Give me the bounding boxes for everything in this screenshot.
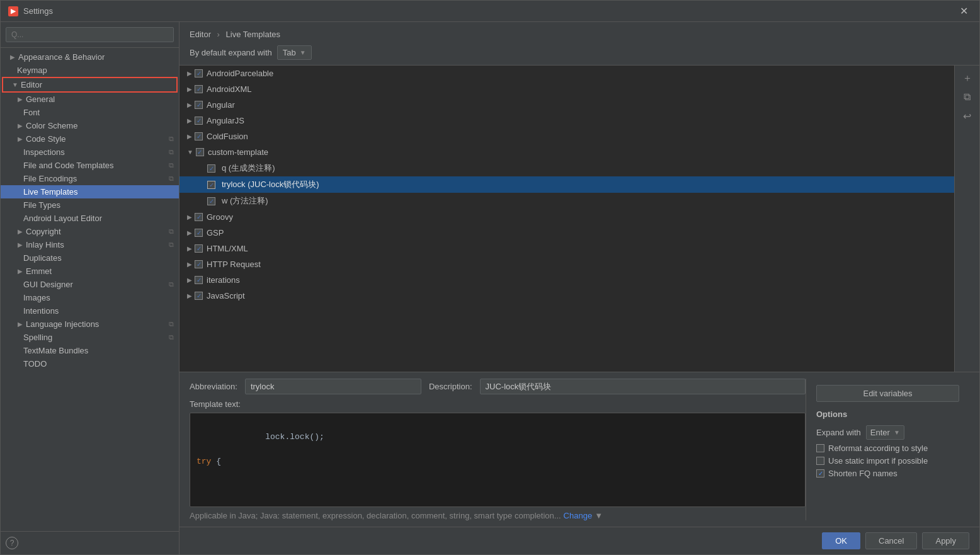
expand-label: By default expand with bbox=[190, 48, 272, 57]
template-group-coldfusion[interactable]: ▶ ✓ ColdFusion bbox=[179, 129, 954, 144]
sidebar-item-general[interactable]: ▶ General bbox=[1, 93, 179, 106]
group-checkbox[interactable]: ✓ bbox=[195, 292, 203, 300]
static-import-checkbox-row: Use static import if possible bbox=[816, 456, 959, 466]
copy-icon[interactable]: ⧉ bbox=[169, 241, 174, 249]
group-name: JavaScript bbox=[207, 291, 245, 300]
group-checkbox[interactable]: ✓ bbox=[195, 276, 203, 284]
template-group-http-request[interactable]: ▶ ✓ HTTP Request bbox=[179, 256, 954, 272]
description-label: Description: bbox=[429, 382, 472, 391]
copy-icon[interactable]: ⧉ bbox=[169, 320, 174, 328]
arrow-icon: ▶ bbox=[16, 227, 25, 236]
reformat-checkbox[interactable] bbox=[816, 444, 824, 452]
add-button[interactable]: ＋ bbox=[960, 71, 975, 86]
group-checkbox[interactable]: ✓ bbox=[195, 69, 203, 77]
sidebar-item-inlay-hints[interactable]: ▶ Inlay Hints ⧉ bbox=[1, 238, 179, 251]
main-panel: Editor › Live Templates By default expan… bbox=[179, 22, 979, 554]
cancel-button[interactable]: Cancel bbox=[865, 532, 917, 549]
sidebar-item-label: File and Code Templates bbox=[23, 161, 114, 170]
template-group-groovy[interactable]: ▶ ✓ Groovy bbox=[179, 209, 954, 225]
reformat-label: Reformat according to style bbox=[828, 443, 928, 453]
sidebar-item-file-types[interactable]: File Types bbox=[1, 198, 179, 212]
copy-icon[interactable]: ⧉ bbox=[169, 175, 174, 183]
template-group-javascript[interactable]: ▶ ✓ JavaScript bbox=[179, 288, 954, 304]
copy-icon[interactable]: ⧉ bbox=[169, 333, 174, 341]
item-checkbox[interactable]: ✓ bbox=[207, 181, 215, 189]
description-input[interactable] bbox=[480, 379, 806, 394]
group-checkbox[interactable]: ✓ bbox=[195, 213, 203, 221]
edit-variables-button[interactable]: Edit variables bbox=[816, 385, 959, 402]
sidebar-item-images[interactable]: Images bbox=[1, 291, 179, 304]
bottom-left: Abbreviation: Description: Template text… bbox=[190, 379, 806, 520]
template-item-w[interactable]: ✓ w (方法注释) bbox=[179, 193, 954, 209]
sidebar-item-color-scheme[interactable]: ▶ Color Scheme bbox=[1, 119, 179, 132]
copy-button[interactable]: ⧉ bbox=[960, 89, 975, 105]
group-checkbox[interactable]: ✓ bbox=[195, 229, 203, 237]
ok-button[interactable]: OK bbox=[822, 532, 860, 549]
sidebar-item-font[interactable]: Font bbox=[1, 106, 179, 119]
template-group-iterations[interactable]: ▶ ✓ iterations bbox=[179, 272, 954, 288]
template-group-android-parcelable[interactable]: ▶ ✓ AndroidParcelable bbox=[179, 66, 954, 81]
sidebar-item-intentions[interactable]: Intentions bbox=[1, 304, 179, 318]
group-checkbox[interactable]: ✓ bbox=[195, 85, 203, 93]
copy-icon[interactable]: ⧉ bbox=[169, 280, 174, 289]
sidebar-item-todo[interactable]: TODO bbox=[1, 357, 179, 370]
sidebar-item-android-layout-editor[interactable]: Android Layout Editor bbox=[1, 212, 179, 225]
copy-icon[interactable]: ⧉ bbox=[169, 161, 174, 169]
template-text-area[interactable]: lock.lock(); try { } catch (Exception e)… bbox=[190, 413, 806, 507]
dropdown-arrow-icon: ▼ bbox=[595, 511, 603, 520]
sidebar-item-gui-designer[interactable]: GUI Designer ⧉ bbox=[1, 278, 179, 291]
remove-button[interactable]: ↩ bbox=[960, 108, 975, 123]
sidebar-item-file-encodings[interactable]: File Encodings ⧉ bbox=[1, 172, 179, 185]
sidebar-item-emmet[interactable]: ▶ Emmet bbox=[1, 265, 179, 278]
sidebar-item-editor[interactable]: ▼ Editor bbox=[2, 77, 178, 93]
help-button[interactable]: ? bbox=[6, 537, 18, 549]
sidebar-item-code-style[interactable]: ▶ Code Style ⧉ bbox=[1, 132, 179, 146]
abbreviation-input[interactable] bbox=[245, 379, 421, 394]
group-checkbox[interactable]: ✓ bbox=[195, 132, 203, 140]
sidebar-item-live-templates[interactable]: Live Templates bbox=[1, 185, 179, 198]
group-name: GSP bbox=[207, 228, 224, 237]
group-checkbox[interactable]: ✓ bbox=[195, 260, 203, 268]
search-input[interactable] bbox=[6, 27, 174, 42]
sidebar-item-inspections[interactable]: Inspections ⧉ bbox=[1, 146, 179, 159]
template-group-gsp[interactable]: ▶ ✓ GSP bbox=[179, 225, 954, 241]
sidebar-item-language-injections[interactable]: ▶ Language Injections ⧉ bbox=[1, 318, 179, 331]
template-group-angularjs[interactable]: ▶ ✓ AngularJS bbox=[179, 113, 954, 129]
template-group-angular[interactable]: ▶ ✓ Angular bbox=[179, 97, 954, 113]
sidebar-item-label: Font bbox=[23, 108, 40, 117]
copy-icon[interactable]: ⧉ bbox=[169, 148, 174, 156]
sidebar-item-label: Editor bbox=[21, 80, 42, 89]
sidebar-item-textmate-bundles[interactable]: TextMate Bundles bbox=[1, 344, 179, 357]
copy-icon[interactable]: ⧉ bbox=[169, 135, 174, 143]
template-item-q[interactable]: ✓ q (生成类注释) bbox=[179, 160, 954, 176]
sidebar-item-spelling[interactable]: Spelling ⧉ bbox=[1, 331, 179, 344]
group-checkbox[interactable]: ✓ bbox=[195, 244, 203, 253]
close-button[interactable]: ✕ bbox=[956, 4, 972, 18]
expand-with-dropdown[interactable]: Enter ▼ bbox=[866, 425, 904, 440]
template-item-trylock[interactable]: ✓ trylock (JUC-lock锁代码块) bbox=[179, 176, 954, 193]
sidebar-item-copyright[interactable]: ▶ Copyright ⧉ bbox=[1, 225, 179, 238]
sidebar-item-appearance[interactable]: ▶ Appearance & Behavior bbox=[1, 50, 179, 64]
sidebar-item-duplicates[interactable]: Duplicates bbox=[1, 251, 179, 265]
group-checkbox[interactable]: ✓ bbox=[195, 101, 203, 109]
group-checkbox[interactable]: ✓ bbox=[195, 117, 203, 125]
expand-dropdown[interactable]: Tab ▼ bbox=[277, 45, 312, 60]
arrow-icon: ▶ bbox=[8, 53, 17, 62]
template-group-html-xml[interactable]: ▶ ✓ HTML/XML bbox=[179, 241, 954, 256]
group-checkbox[interactable]: ✓ bbox=[196, 148, 204, 156]
static-import-label: Use static import if possible bbox=[828, 456, 928, 466]
apply-button[interactable]: Apply bbox=[922, 532, 969, 549]
change-link[interactable]: Change bbox=[564, 511, 593, 520]
template-group-custom-template[interactable]: ▼ ✓ custom-template bbox=[179, 144, 954, 160]
copy-icon[interactable]: ⧉ bbox=[169, 227, 174, 236]
sidebar-item-keymap[interactable]: Keymap bbox=[1, 64, 179, 77]
bottom-panel: Abbreviation: Description: Template text… bbox=[179, 372, 979, 527]
sidebar-item-file-code-templates[interactable]: File and Code Templates ⧉ bbox=[1, 159, 179, 172]
shorten-fq-checkbox[interactable]: ✓ bbox=[816, 469, 824, 478]
main-content: ▶ Appearance & Behavior Keymap ▼ Editor … bbox=[1, 22, 979, 554]
item-checkbox[interactable]: ✓ bbox=[207, 164, 215, 173]
static-import-checkbox[interactable] bbox=[816, 457, 824, 465]
template-group-android-xml[interactable]: ▶ ✓ AndroidXML bbox=[179, 81, 954, 97]
expand-arrow-icon: ▶ bbox=[187, 261, 192, 268]
item-checkbox[interactable]: ✓ bbox=[207, 197, 215, 205]
